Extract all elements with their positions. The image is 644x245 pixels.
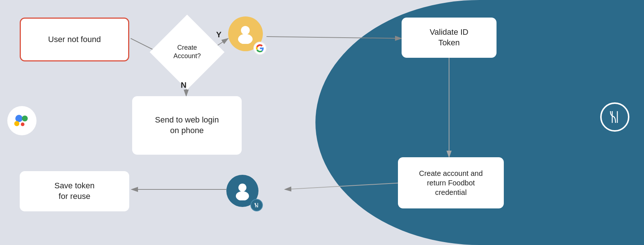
svg-point-9 xyxy=(15,115,23,122)
svg-point-11 xyxy=(14,121,19,126)
validate-id-token-node: Validate ID Token xyxy=(402,18,497,58)
user-fork-icon xyxy=(226,175,263,211)
fork-circle-icon xyxy=(600,102,629,132)
google-assistant-icon xyxy=(7,106,37,135)
label-no: N xyxy=(181,80,187,90)
send-to-web-node: Send to web login on phone xyxy=(132,96,242,155)
create-account-foodbot-node: Create account and return Foodbot creden… xyxy=(398,157,504,208)
svg-point-14 xyxy=(238,34,253,44)
svg-point-10 xyxy=(22,116,28,121)
svg-point-13 xyxy=(241,26,250,35)
label-yes: Y xyxy=(216,30,222,39)
svg-point-12 xyxy=(21,122,24,126)
svg-point-16 xyxy=(236,191,249,200)
user-google-icon xyxy=(228,16,267,55)
svg-point-17 xyxy=(253,201,260,209)
save-token-node: Save token for reuse xyxy=(20,171,129,211)
user-not-found-node: User not found xyxy=(20,18,129,61)
svg-point-15 xyxy=(238,184,246,192)
